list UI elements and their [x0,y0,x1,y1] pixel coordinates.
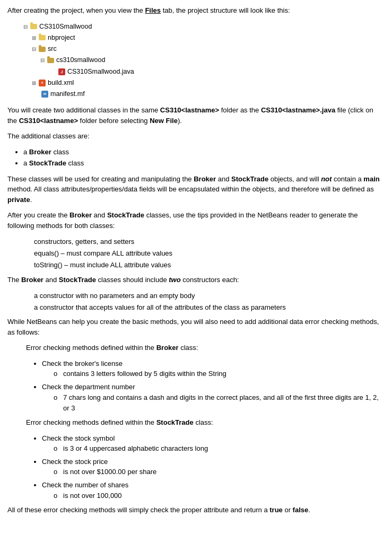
para5-italic: two [169,276,180,284]
broker-check-1-main: Check the broker's license [42,360,123,367]
err1-pre: Error checking methods defined within th… [26,344,156,352]
nbproject-icon [39,35,46,40]
tree-cs310: ⊟ cs310smallwood [40,55,385,66]
broker-check-2-sub-1: 7 chars long and contains a dash and dig… [63,392,385,415]
para4: After you create the Broker and StockTra… [7,210,385,231]
expand-src: ⊟ [32,45,36,54]
xml-icon: X [39,80,46,86]
para5-mid1: and [43,276,59,284]
broker-check-2-sub: 7 chars long and contains a dash and dig… [63,392,385,415]
para4-mid1: and [92,211,107,219]
para4-pre: After you create the [7,211,69,219]
stocktrade-check-2-sub-1: is not over $1000.00 per share [63,467,385,478]
para1-bold2: CS310<lastname>.java [261,106,335,114]
root-folder-icon [30,24,37,29]
method-2: equals() – must compare ALL attribute va… [34,248,385,259]
tree-cs310-children: J CS310Smallwood.java [49,66,385,77]
expand-root: ⊟ [23,22,28,31]
broker-check-2: Check the department number 7 chars long… [42,382,385,414]
err1-post: class: [179,344,198,352]
tree-src: ⊟ src [32,43,385,55]
stocktrade-post: class [66,159,84,167]
err2-pre: Error checking methods defined within th… [26,418,156,426]
method-1: constructors, getters, and setters [34,236,385,248]
para3-mid3: contain a [332,175,363,183]
stocktrade-check-3-sub: is not over 100,000 [63,491,385,502]
para3-end: . [30,196,32,204]
broker-check-1: Check the broker's license contains 3 le… [42,358,385,380]
para7: All of these error checking methods will… [7,505,385,515]
para3: These classes will be used for creating … [7,174,385,205]
para3-bolditalic: not [321,175,332,183]
broker-post: class [51,148,69,156]
para7-end: . [308,506,310,514]
cs310-icon [47,58,54,63]
stocktrade-checks-list: Check the stock symbol is 3 or 4 upperca… [42,433,385,502]
para4-bold2: StockTrade [107,211,144,219]
broker-check-1-sub-1: contains 3 letters followed by 5 digits … [63,369,385,380]
java-label: CS310Smallwood.java [67,66,134,77]
nbproject-label: nbproject [48,32,75,43]
para5-bold1: Broker [21,276,43,284]
para7-bold1: true [269,506,283,514]
para3-mid2: objects, and will [268,175,321,183]
stocktrade-check-2-main: Check the stock price [42,458,108,466]
stocktrade-check-1: Check the stock symbol is 3 or 4 upperca… [42,433,385,454]
para2: The additional classes are: [7,131,385,142]
intro-tab: Files [145,6,161,14]
tree-src-children: ⊟ cs310smallwood J CS310Smallwood.java [40,55,385,77]
tree-buildxml: ⊞ X build.xml [32,77,385,89]
stocktrade-check-1-main: Check the stock symbol [42,434,115,442]
stocktrade-check-2-sub: is not over $1000.00 per share [63,467,385,478]
class-broker: a Broker class [23,147,385,157]
buildxml-label: build.xml [48,77,74,89]
root-label: CS310Smallwood [39,21,92,32]
constructor-1: a constructor with no parameters and an … [34,290,385,302]
stocktrade-check-2: Check the stock price is not over $1000.… [42,457,385,478]
para1-mid: folder as the [219,106,261,114]
classes-list: a Broker class a StockTrade class [23,147,385,169]
src-label: src [48,43,57,55]
para1-bold1: CS310<lastname> [160,106,219,114]
methods-block: constructors, getters, and setters equal… [34,236,385,271]
para1-bold3: CS310<lastname> [19,117,78,125]
java-icon: J [58,68,65,75]
err1-bold: Broker [156,344,179,352]
para1-end: ). [178,117,182,125]
para1-pre: You will create two additional classes i… [7,106,160,114]
tree-java-file: J CS310Smallwood.java [49,66,385,77]
para4-bold1: Broker [69,211,92,219]
tree-level1: ⊞ nbproject ⊟ src ⊟ cs310smallwood J CS3… [32,32,385,100]
expand-nbproject: ⊞ [32,33,36,42]
para3-bold4: private [7,196,30,204]
broker-bold: Broker [29,148,51,156]
para5: The Broker and StockTrade classes should… [7,275,385,285]
class-stocktrade: a StockTrade class [23,158,385,169]
para3-bold2: StockTrade [231,175,268,183]
para5-post: constructors each: [181,276,239,284]
expand-cs310: ⊟ [40,56,45,65]
broker-checks-list: Check the broker's license contains 3 le… [42,358,385,414]
para1-post: folder before selecting [78,117,150,125]
method-3: toString() – must include ALL attribute … [34,259,385,271]
error-section1: Error checking methods defined within th… [26,343,385,414]
para3-bold1: Broker [194,175,216,183]
stocktrade-check-3-sub-1: is not over 100,000 [63,491,385,502]
para1-bold4: New File [150,117,178,125]
para5-pre: The [7,276,21,284]
stocktrade-check-1-sub: is 3 or 4 uppercased alphabetic characte… [63,443,385,454]
src-icon [39,47,46,52]
para3-pre: These classes will be used for creating … [7,175,194,183]
constructor-2: a constructor that accepts values for al… [34,302,385,313]
intro-post: tab, the project structure will look lik… [161,6,290,14]
file-tree: ⊟ CS310Smallwood ⊞ nbproject ⊟ src ⊟ cs3… [23,21,385,100]
manifest-label: manifest.mf [50,89,85,100]
para6: While NetBeans can help you create the b… [7,317,385,337]
error-section1-label: Error checking methods defined within th… [26,343,385,353]
error-section2: Error checking methods defined within th… [26,417,385,501]
tree-manifest: M manifest.mf [32,89,385,100]
stocktrade-check-1-sub-1: is 3 or 4 uppercased alphabetic characte… [63,443,385,454]
para3-mid4: method. All class attributes/properties/… [7,185,374,193]
cs310-label: cs310smallwood [56,55,105,66]
para5-bold2: StockTrade [59,276,96,284]
